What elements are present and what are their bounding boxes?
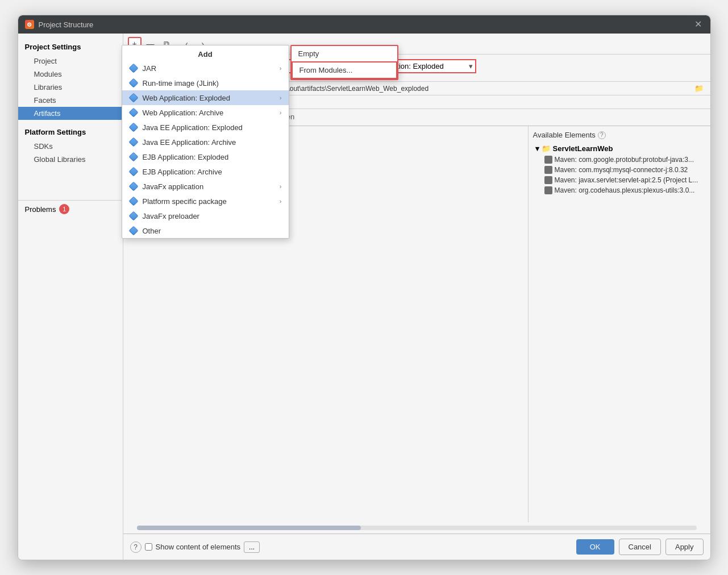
menu-item-web-exploded[interactable]: Web Application: Exploded › <box>122 90 289 105</box>
bottom-help-icon[interactable]: ? <box>130 541 142 553</box>
web-archive-icon <box>129 108 138 117</box>
javafx-app-arrow: › <box>280 183 282 190</box>
horizontal-scrollbar[interactable] <box>137 526 697 530</box>
dir-browse-icon[interactable]: 📁 <box>694 84 704 93</box>
javafx-preloader-icon <box>129 211 138 220</box>
project-settings-title: Project Settings <box>18 40 123 55</box>
maven-icon-3 <box>544 186 552 194</box>
menu-item-platform-specific[interactable]: Platform specific package › <box>122 194 289 209</box>
sub-menu-empty[interactable]: Empty <box>292 46 397 61</box>
maven-item-2: Maven: javax.servlet:servlet-api:2.5 (Pr… <box>542 175 706 185</box>
title-bar-left: ⚙ Project Structure <box>25 20 94 29</box>
app-icon: ⚙ <box>25 20 34 29</box>
sidebar-item-libraries[interactable]: Libraries <box>18 81 123 94</box>
scroll-area <box>123 522 710 534</box>
java-ee-exploded-icon <box>129 123 138 132</box>
show-content-row: ? Show content of elements ... <box>130 541 260 553</box>
platform-specific-icon <box>129 197 138 206</box>
available-elements-title: Available Elements ? <box>533 131 706 139</box>
jar-arrow: › <box>280 65 282 72</box>
title-bar: ⚙ Project Structure ✕ <box>18 15 710 34</box>
ok-button[interactable]: OK <box>576 539 614 555</box>
maven-item-3: Maven: org.codehaus.plexus:plexus-utils:… <box>542 185 706 195</box>
jar-icon <box>129 64 138 73</box>
sidebar: Project Settings Project Modules Librari… <box>18 34 123 560</box>
add-dropdown-menu: Add JAR › Run-time image (JLink) Web App… <box>122 45 289 239</box>
maven-item-0: Maven: com.google.protobuf:protobuf-java… <box>542 155 706 165</box>
sub-popup: Empty From Modules... <box>290 45 398 80</box>
javafx-app-icon <box>129 182 138 191</box>
menu-item-ejb-exploded[interactable]: EJB Application: Exploded <box>122 149 289 164</box>
menu-item-javafx-app[interactable]: JavaFx application › <box>122 179 289 194</box>
ejb-exploded-icon <box>129 152 138 161</box>
bottom-bar: ? Show content of elements ... OK Cancel… <box>123 534 710 560</box>
cancel-button[interactable]: Cancel <box>619 539 661 555</box>
sidebar-item-artifacts[interactable]: Artifacts <box>18 107 123 120</box>
dropdown-title: Add <box>122 45 289 61</box>
platform-settings-title: Platform Settings <box>18 126 123 140</box>
web-archive-arrow: › <box>280 109 282 116</box>
action-buttons: OK Cancel Apply <box>576 539 704 555</box>
maven-items: Maven: com.google.protobuf:protobuf-java… <box>533 155 706 195</box>
other-icon <box>129 226 138 235</box>
sidebar-item-global-libraries[interactable]: Global Libraries <box>18 153 123 166</box>
java-ee-archive-icon <box>129 138 138 147</box>
menu-item-other[interactable]: Other <box>122 223 289 238</box>
ejb-archive-icon <box>129 167 138 176</box>
maven-icon-2 <box>544 176 552 184</box>
menu-item-ejb-archive[interactable]: EJB Application: Archive <box>122 164 289 179</box>
problems-label: Problems <box>25 205 56 214</box>
right-pane: Available Elements ? ▾ 📁 ServletLearnWeb… <box>529 126 710 522</box>
maven-icon-0 <box>544 156 552 164</box>
web-exploded-icon <box>129 93 138 102</box>
menu-item-java-ee-archive[interactable]: Java EE Application: Archive <box>122 135 289 149</box>
dots-button[interactable]: ... <box>244 541 260 553</box>
dialog-title: Project Structure <box>39 20 94 29</box>
apply-button[interactable]: Apply <box>665 539 704 555</box>
problems-section[interactable]: Problems 1 <box>18 200 123 218</box>
maven-icon-1 <box>544 166 552 174</box>
show-content-checkbox[interactable] <box>145 543 152 551</box>
menu-item-java-ee-exploded[interactable]: Java EE Application: Exploded <box>122 120 289 135</box>
project-structure-dialog: ⚙ Project Structure ✕ Project Settings P… <box>18 15 711 560</box>
show-content-label: Show content of elements <box>156 543 241 551</box>
menu-item-runtime-image[interactable]: Run-time image (JLink) <box>122 76 289 90</box>
scrollbar-thumb <box>137 526 361 530</box>
sidebar-item-project[interactable]: Project <box>18 55 123 68</box>
available-elements-help-icon[interactable]: ? <box>598 131 606 139</box>
web-exploded-arrow: › <box>280 94 282 101</box>
runtime-icon <box>129 78 138 88</box>
tree-folder-servletlearnweb: ▾ 📁 ServletLearnWeb <box>533 143 706 155</box>
sidebar-item-modules[interactable]: Modules <box>18 68 123 81</box>
maven-item-1: Maven: com.mysql:mysql-connector-j:8.0.3… <box>542 165 706 175</box>
sidebar-item-sdks[interactable]: SDKs <box>18 140 123 153</box>
menu-item-javafx-preloader[interactable]: JavaFx preloader <box>122 209 289 223</box>
menu-item-web-archive[interactable]: Web Application: Archive › <box>122 105 289 120</box>
platform-specific-arrow: › <box>280 198 282 205</box>
sidebar-item-facets[interactable]: Facets <box>18 94 123 107</box>
sub-menu-from-modules[interactable]: From Modules... <box>292 61 397 79</box>
menu-item-jar[interactable]: JAR › <box>122 61 289 76</box>
close-button[interactable]: ✕ <box>694 20 704 29</box>
problems-badge: 1 <box>59 204 69 214</box>
